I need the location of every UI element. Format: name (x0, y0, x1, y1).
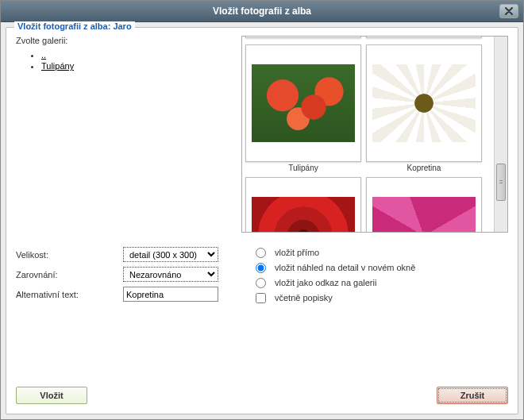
thumbnail[interactable]: Kopretina (366, 44, 482, 172)
tree-link-parent[interactable]: .. (41, 50, 46, 60)
scrollbar[interactable] (494, 37, 507, 232)
tree-item[interactable]: Tulipány (41, 61, 230, 71)
tree-link[interactable]: Tulipány (41, 61, 74, 71)
dialog-insert-photo: Vložit fotografii z alba Vložit fotograf… (0, 0, 524, 420)
photo-tulips (252, 64, 355, 142)
cancel-button[interactable]: Zrušit (437, 387, 508, 404)
choose-gallery-label: Zvolte galerii: (16, 36, 230, 45)
radio-insert-link[interactable] (256, 278, 266, 288)
dialog-body: Vložit fotografii z alba: Jaro Zvolte ga… (1, 22, 523, 419)
align-label: Zarovnání: (16, 270, 123, 279)
thumbnail-pane: Tulipány Kopretina (241, 36, 508, 233)
titlebar-title: Vložit fotografii z alba (213, 6, 311, 17)
alt-text-input[interactable] (123, 287, 218, 302)
alt-label: Alternativní text: (16, 290, 123, 299)
photo-daisy (372, 64, 476, 142)
tree-item-parent[interactable]: .. (41, 50, 230, 60)
opt-label: vložit jako odkaz na galerii (275, 278, 376, 287)
opt-label: včetně popisky (275, 293, 333, 302)
gallery-tree-panel: Zvolte galerii: .. Tulipány (16, 36, 230, 233)
fieldset-legend: Vložit fotografii z alba: Jaro (14, 21, 135, 31)
insert-options: vložit přímo vložit náhled na detail v n… (254, 247, 508, 307)
thumbnail-caption: Tulipány (288, 164, 318, 172)
radio-insert-thumb-newwin[interactable] (256, 263, 266, 273)
thumbnail[interactable] (245, 177, 361, 233)
fieldset: Vložit fotografii z alba: Jaro Zvolte ga… (6, 27, 518, 414)
button-row: Vložit Zrušit (16, 376, 508, 404)
opt-label: vložit přímo (275, 248, 319, 257)
align-select[interactable]: Nezarovnáno (123, 267, 218, 282)
thumbnail[interactable]: Tulipány (245, 44, 361, 172)
opt-label: vložit náhled na detail v novém okně (275, 263, 415, 272)
insert-button[interactable]: Vložit (16, 387, 87, 404)
photo-lily (372, 197, 476, 233)
close-button[interactable] (499, 4, 518, 18)
close-icon (505, 7, 513, 15)
thumbnail[interactable] (366, 36, 482, 40)
size-label: Velikost: (16, 250, 123, 260)
photo-rose (252, 197, 355, 233)
scrollbar-thumb[interactable] (496, 164, 506, 201)
size-select[interactable]: detail (300 x 300) (123, 247, 218, 262)
form-column: Velikost: detail (300 x 300) Zarovnání: … (16, 247, 246, 307)
thumbnail-caption: Kopretina (407, 164, 441, 172)
radio-insert-direct[interactable] (256, 248, 266, 258)
thumbnail[interactable] (366, 177, 482, 233)
titlebar[interactable]: Vložit fotografii z alba (1, 1, 523, 22)
checkbox-include-caption[interactable] (256, 293, 266, 303)
gallery-tree: .. Tulipány (16, 50, 230, 71)
thumbnail[interactable] (245, 36, 361, 40)
